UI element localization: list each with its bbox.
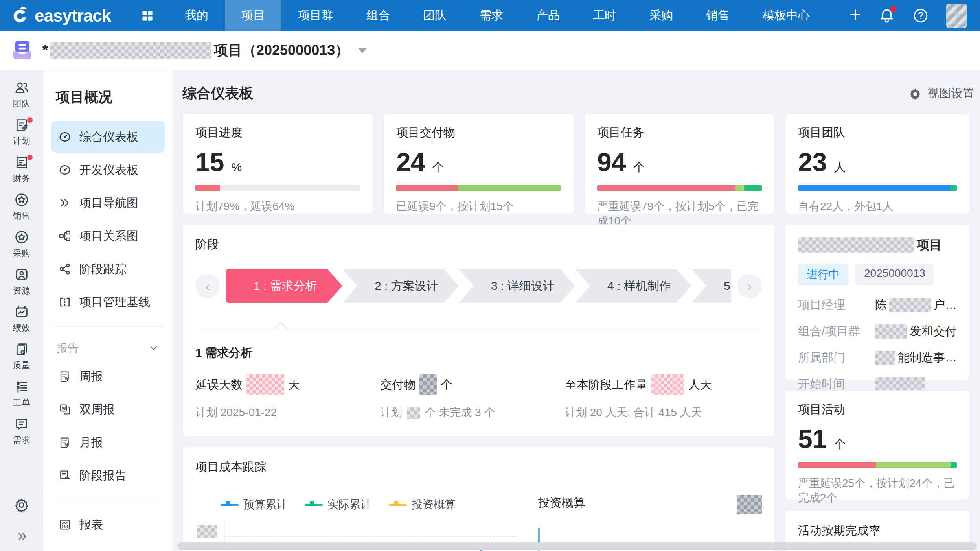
sidebar-item-navigation-map[interactable]: 项目导航图: [51, 187, 165, 219]
nav-item-template-center[interactable]: 模板中心: [746, 0, 826, 31]
nav-item-procurement[interactable]: 采购: [633, 0, 689, 31]
stat-unit: 个: [633, 161, 645, 173]
user-avatar[interactable]: [946, 4, 967, 28]
project-code-badge: 2025000013: [855, 264, 934, 285]
stage-pointer-divider: [195, 329, 762, 329]
stage-delay-block: 延误天数 天 计划 2025-01-22: [195, 374, 380, 420]
nav-item-team[interactable]: 团队: [406, 0, 463, 31]
nav-item-requirement[interactable]: 需求: [463, 0, 520, 31]
performance-icon: [14, 304, 29, 320]
brand[interactable]: easytrack: [0, 0, 127, 31]
rail-item-team[interactable]: 团队: [0, 76, 43, 113]
project-info-card: 项目 进行中 2025000013 项目经理 陈 户…: [785, 224, 970, 380]
investment-estimate-panel: 投资概算 总成本预算 3,700,000元: [520, 475, 762, 551]
org-chart-icon: [58, 229, 72, 243]
sidebar-item-dashboard[interactable]: 综合仪表板: [51, 121, 165, 153]
nav-item-sales[interactable]: 销售: [689, 0, 746, 31]
activity-card: 项目活动 51 个 严重延误25个，按计划24个，已完成2个: [785, 390, 970, 500]
sidebar-item-log[interactable]: 日志: [51, 542, 165, 551]
sidebar-item-monthly-report[interactable]: M 月报: [51, 427, 165, 458]
project-title-suffix: 项目（2025000013）: [214, 41, 349, 60]
nav-item-program[interactable]: 项目群: [281, 0, 350, 31]
easytrack-logo-icon: [10, 6, 31, 26]
info-row-manager: 项目经理 陈 户…: [798, 297, 957, 313]
create-new-button[interactable]: +: [849, 4, 861, 25]
stage-4[interactable]: 4 : 样机制作: [575, 269, 691, 303]
sidebar-item-relation-map[interactable]: 项目关系图: [51, 220, 165, 252]
stage-2[interactable]: 2 : 方案设计: [342, 269, 459, 303]
sidebar-item-stage-report[interactable]: 阶段报告: [51, 460, 165, 491]
main-content: 综合仪表板 视图设置 项目进度 15 %: [173, 70, 980, 551]
stat-title: 项目交付物: [396, 125, 561, 141]
baseline-brackets-icon: [58, 295, 72, 309]
weekly-report-icon: W: [58, 370, 72, 383]
legend-investment-estimate[interactable]: 投资概算: [389, 497, 456, 512]
stage-prev-button[interactable]: ‹: [195, 274, 220, 298]
nav-item-product[interactable]: 产品: [520, 0, 576, 31]
project-switch-caret-icon[interactable]: [358, 48, 367, 53]
rail-item-procurement[interactable]: 采购: [0, 225, 43, 263]
delay-days-redacted: [246, 374, 284, 395]
sidebar-item-reports-table[interactable]: 报表: [51, 509, 165, 540]
nav-item-project[interactable]: 项目: [225, 0, 281, 31]
rail-item-plan[interactable]: 计划: [0, 113, 43, 151]
sidebar-item-baseline[interactable]: 项目管理基线: [51, 286, 165, 318]
sidebar-item-dev-dashboard[interactable]: 开发仪表板: [51, 154, 165, 186]
stat-value: 94: [597, 149, 626, 176]
stat-unit: 个: [834, 438, 846, 450]
rail-item-finance[interactable]: 财务: [0, 151, 43, 188]
help-icon[interactable]: [912, 7, 929, 24]
svg-text:W: W: [62, 406, 66, 411]
legend-actual-cumulative[interactable]: 实际累计: [305, 497, 371, 512]
stat-value: 24: [396, 149, 425, 176]
horizontal-scrollbar[interactable]: [178, 542, 977, 550]
deliverable-count-redacted: [419, 374, 437, 395]
double-chevron-icon: [58, 196, 72, 210]
progress-bar: [798, 462, 957, 468]
sidebar-item-stage-tracking[interactable]: 阶段跟踪: [51, 253, 165, 285]
info-row-department: 所属部门 能制造事…: [798, 350, 957, 366]
procurement-star-icon: [14, 229, 29, 245]
view-settings-button[interactable]: 视图设置: [908, 85, 974, 101]
rail-settings-gear-icon[interactable]: [0, 490, 43, 520]
rail-item-sales[interactable]: 销售: [0, 188, 43, 225]
notification-badge: [890, 6, 897, 12]
nav-item-my[interactable]: 我的: [168, 0, 225, 31]
stat-caption: 已延误9个，按计划15个: [396, 199, 561, 214]
legend-marker-icon: [389, 501, 407, 509]
sidebar-item-weekly-report[interactable]: W 周报: [51, 361, 165, 392]
rail-expand-chevrons[interactable]: »: [0, 520, 43, 551]
apps-grid-icon[interactable]: [127, 0, 168, 31]
stage-3[interactable]: 3 : 详细设计: [459, 269, 575, 303]
stage-next-button[interactable]: ›: [737, 274, 762, 298]
rail-item-performance[interactable]: 绩效: [0, 300, 43, 337]
rail-item-workorder[interactable]: 工单: [0, 375, 43, 412]
brand-name: easytrack: [35, 6, 111, 26]
stat-caption: 计划79%，延误64%: [195, 199, 360, 214]
nav-menu: 我的 项目 项目群 组合 团队 需求 产品 工时 采购 销售 模板中心: [168, 0, 826, 31]
status-badge: 进行中: [798, 264, 848, 285]
stat-card-deliverables: 项目交付物 24 个 已延误9个，按计划15个: [383, 113, 574, 214]
sidebar-section-reports[interactable]: 报告: [51, 335, 165, 361]
rail-item-requirement[interactable]: 需求: [0, 412, 43, 450]
resource-icon: [14, 267, 29, 282]
stat-card-progress: 项目进度 15 % 计划79%，延误64%: [182, 113, 373, 214]
sidebar-item-biweekly-report[interactable]: W 双周报: [51, 394, 165, 425]
stage-detail-heading: 1 需求分析: [195, 345, 762, 361]
stage-delay-plan: 计划 2025-01-22: [195, 405, 380, 420]
nav-item-timesheet[interactable]: 工时: [576, 0, 633, 31]
rail-item-quality[interactable]: 质量: [0, 337, 43, 375]
stat-caption: 严重延误25个，按计划24个，已完成2个: [798, 476, 957, 505]
stat-value: 23: [798, 149, 827, 176]
stage-5[interactable]: 5 : 安装调: [691, 269, 731, 303]
notifications-bell-icon[interactable]: [879, 7, 895, 24]
workorder-icon: [14, 379, 29, 394]
project-title[interactable]: * 项目（2025000013）: [42, 41, 367, 60]
stage-1[interactable]: 1 : 需求分析: [226, 269, 342, 303]
legend-budget-cumulative[interactable]: 预算累计: [221, 497, 287, 512]
progress-bar: [195, 185, 360, 191]
nav-item-portfolio[interactable]: 组合: [350, 0, 406, 31]
stat-caption: 自有22人，外包1人: [798, 199, 957, 214]
plan-badge-dot: [27, 117, 33, 123]
rail-item-resource[interactable]: 资源: [0, 263, 43, 300]
